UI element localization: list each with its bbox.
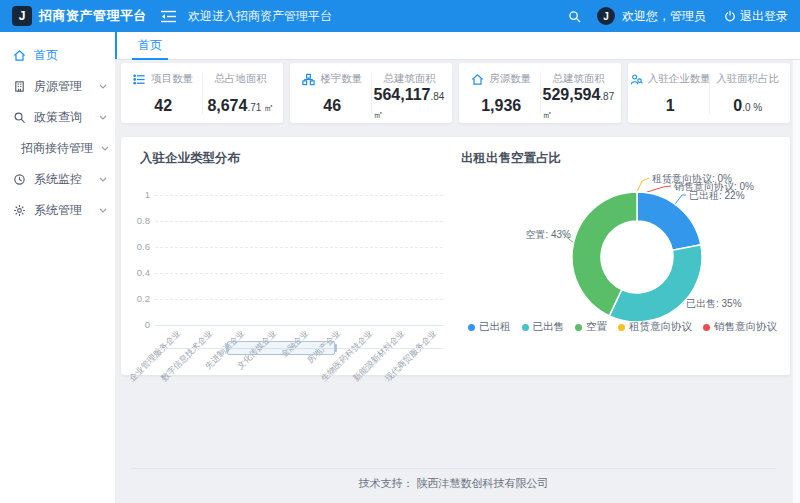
footer-divider [131,468,776,469]
stat-label: 入驻企业数量 [648,72,711,86]
legend-label: 空置 [586,320,607,334]
callout-vacant: 空置: 43% [525,228,571,242]
legend-dot [703,324,710,331]
app-header: J 招商资产管理平台 欢迎进入招商资产管理平台 J 欢迎您，管理员 退出登录 [0,0,800,32]
y-axis-tick: 0.6 [121,241,150,252]
card-divider [709,73,710,114]
stat-card-enterprises: 入驻企业数量 1 入驻面积占比 0.0 % [628,63,790,123]
datazoom-window[interactable] [227,341,335,355]
legend-label: 已出租 [479,320,511,334]
legend-label: 销售意向协议 [714,320,777,334]
stat-value: 1,936 [481,97,521,115]
menu-fold-icon[interactable] [161,10,176,23]
tab-bar: 首页 [115,32,800,60]
sidebar-item-settings[interactable]: 系统管理 [0,197,115,223]
stat-value: 564,117.84 ㎡ [374,86,447,122]
y-axis-tick: 0 [121,319,150,330]
y-axis-tick: 0.2 [121,293,150,304]
legend-item-sold[interactable]: 已出售 [522,320,565,334]
scrollbar-track[interactable] [792,60,800,503]
app-logo: J [12,6,32,26]
logout-label: 退出登录 [740,8,788,25]
legend-item-rented[interactable]: 已出租 [468,320,511,334]
logout-button[interactable]: 退出登录 [724,8,788,25]
chevron-down-icon [99,208,107,213]
donut-chart-title: 出租出售空置占比 [461,150,561,167]
legend-item-vacant[interactable]: 空置 [575,320,607,334]
sidebar: 首页 房源管理 政策查询 招商接待管理 系统监控 系统管理 [0,32,115,503]
legend-dot [575,324,582,331]
legend-label: 已出售 [533,320,565,334]
stat-label: 入驻面积占比 [716,72,779,86]
tab-home[interactable]: 首页 [132,32,168,60]
user-greeting: 欢迎您，管理员 [622,8,706,25]
chevron-down-icon [99,177,107,182]
house-icon [471,73,484,86]
stat-label: 楼宇数量 [320,72,362,86]
sidebar-item-label: 房源管理 [34,78,91,95]
building-icon [13,80,26,93]
y-axis-tick: 0.4 [121,267,150,278]
stat-value: 46 [323,97,341,115]
datazoom-handle-left[interactable] [226,344,229,352]
enterprise-icon [630,73,643,86]
app-window: J 招商资产管理平台 欢迎进入招商资产管理平台 J 欢迎您，管理员 退出登录 首… [0,0,800,503]
card-divider [540,73,541,114]
charts-panel: 入驻企业类型分布 1 0.8 0.6 0.4 0.2 0 企业管理服务企业 数字… [121,137,790,375]
stat-value: 1 [666,97,675,115]
user-avatar[interactable]: J [597,7,615,25]
brand-title: 招商资产管理平台 [39,7,147,25]
tab-bar-accent-stripe [115,32,117,59]
stat-value: 8,674.71 ㎡ [207,97,274,115]
card-divider [202,73,203,114]
legend-item-sale-intent[interactable]: 销售意向协议 [703,320,777,334]
sidebar-item-housing[interactable]: 房源管理 [0,73,115,99]
buildings-icon [302,73,315,86]
stat-card-housing: 房源数量 1,936 总建筑面积 529,594.87 ㎡ [459,63,621,123]
callout-sold: 已出售: 35% [686,297,742,311]
donut-chart-svg [455,137,790,375]
bar-chart-title: 入驻企业类型分布 [140,150,240,167]
legend-item-lease-intent[interactable]: 租赁意向协议 [618,320,692,334]
stat-label: 总建筑面积 [384,72,437,86]
sidebar-item-home[interactable]: 首页 [0,42,115,68]
legend-dot [468,324,475,331]
donut-legend: 已出租 已出售 空置 租赁意向协议 销售意向协议 [455,320,790,334]
y-axis-tick: 1 [121,189,150,200]
stat-card-buildings: 楼宇数量 46 总建筑面积 564,117.84 ㎡ [290,63,452,123]
sidebar-item-label: 系统监控 [34,171,91,188]
bar-chart-enterprise-types: 入驻企业类型分布 1 0.8 0.6 0.4 0.2 0 企业管理服务企业 数字… [121,137,455,375]
sidebar-item-monitoring[interactable]: 系统监控 [0,166,115,192]
y-axis-tick: 0.8 [121,215,150,226]
legend-dot [522,324,529,331]
sidebar-item-label: 招商接待管理 [21,140,93,157]
chevron-down-icon [99,84,107,89]
sidebar-item-reception[interactable]: 招商接待管理 [0,135,115,161]
search-icon[interactable] [568,10,581,23]
logout-icon [724,10,736,22]
callout-rented: 已出租: 22% [689,189,745,203]
main-content: 项目数量 42 总占地面积 8,674.71 ㎡ 楼宇数量 46 [115,60,792,503]
chevron-down-icon [101,146,109,151]
gear-icon [13,204,26,217]
sidebar-item-label: 政策查询 [34,109,91,126]
stat-value: 529,594.87 ㎡ [543,86,616,122]
monitor-icon [13,173,26,186]
home-icon [13,49,26,62]
sidebar-item-label: 首页 [34,47,107,64]
legend-dot [618,324,625,331]
footer-text: 技术支持： 陕西沣慧数创科技有限公司 [115,476,792,491]
stat-label: 房源数量 [489,72,531,86]
chevron-down-icon [99,115,107,120]
datazoom-handle-right[interactable] [334,344,337,352]
donut-chart-occupancy: 出租出售空置占比 租赁意向协议: 0% 销售意向协议: 0% 已出租: 22% … [455,137,790,375]
stat-value: 42 [154,97,172,115]
sidebar-item-policy[interactable]: 政策查询 [0,104,115,130]
stat-card-projects: 项目数量 42 总占地面积 8,674.71 ㎡ [121,63,283,123]
legend-label: 租赁意向协议 [629,320,692,334]
card-divider [371,73,372,114]
welcome-text: 欢迎进入招商资产管理平台 [188,8,332,25]
stat-label: 总建筑面积 [553,72,606,86]
search-icon [13,111,26,124]
stat-value: 0.0 % [733,97,762,115]
